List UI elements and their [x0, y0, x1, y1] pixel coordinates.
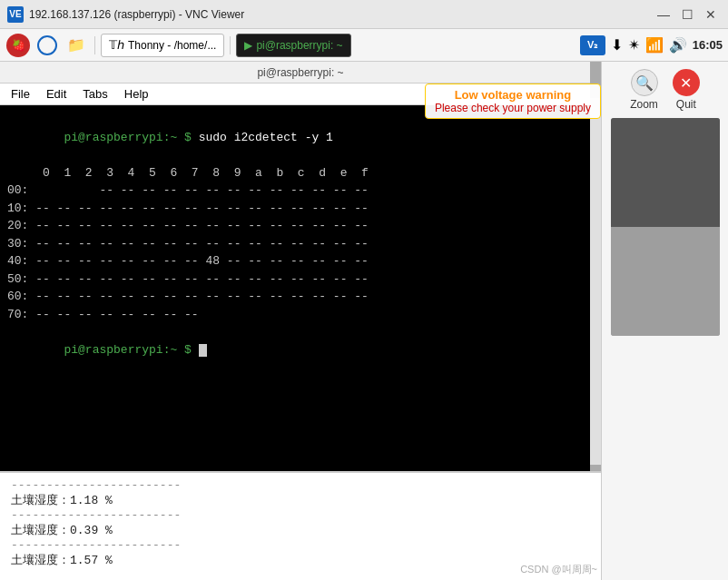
- zoom-label: Zoom: [630, 98, 658, 111]
- csdn-watermark: CSDN @叫周周~: [520, 563, 597, 576]
- separator-1: [94, 36, 95, 54]
- terminal-row-6: 60: -- -- -- -- -- -- -- -- -- -- -- -- …: [7, 288, 594, 306]
- window-controls: — ☐ ✕: [654, 5, 721, 25]
- window-title: 192.168.137.126 (raspberrypi) - VNC View…: [29, 8, 244, 21]
- vnc-badge[interactable]: V₂: [580, 35, 605, 55]
- terminal-label: pi@raspberrypi: ~: [256, 39, 342, 52]
- warning-title: Low voltage warning: [435, 88, 591, 102]
- title-bar: VE 192.168.137.126 (raspberrypi) - VNC V…: [0, 0, 728, 29]
- terminal-row-3: 30: -- -- -- -- -- -- -- -- -- -- -- -- …: [7, 235, 594, 253]
- folder-button[interactable]: 📁: [64, 33, 89, 58]
- terminal-row-2: 20: -- -- -- -- -- -- -- -- -- -- -- -- …: [7, 217, 594, 235]
- address-text: pi@raspberrypi: ~: [257, 66, 343, 79]
- divider-2: ------------------------: [11, 508, 590, 522]
- terminal-line-2: pi@raspberrypi:~ $: [7, 323, 594, 377]
- minimize-button[interactable]: —: [654, 5, 674, 25]
- terminal-row-1: 10: -- -- -- -- -- -- -- -- -- -- -- -- …: [7, 200, 594, 218]
- folder-icon: 📁: [67, 36, 85, 54]
- terminal-row-7: 70: -- -- -- -- -- -- -- --: [7, 306, 594, 324]
- right-sidebar: 🔍 Zoom ✕ Quit: [601, 62, 728, 580]
- vnc-icon: VE: [7, 6, 24, 23]
- globe-icon: [37, 35, 57, 55]
- sidebar-btn-row: 🔍 Zoom ✕ Quit: [630, 69, 700, 111]
- raspberry-button[interactable]: 🍓: [5, 33, 31, 58]
- terminal-prompt-1: pi@raspberrypi:~ $: [64, 131, 198, 144]
- menu-bar: File Edit Tabs Help Low voltage warning …: [0, 84, 601, 105]
- menu-tabs[interactable]: Tabs: [75, 85, 114, 103]
- menu-file[interactable]: File: [4, 85, 37, 103]
- wifi-icon[interactable]: 📶: [645, 36, 664, 54]
- divider-3: ------------------------: [11, 538, 590, 552]
- menu-edit[interactable]: Edit: [39, 85, 74, 103]
- toolbar-right: V₂ ⬇ ✴ 📶 🔊 16:05: [580, 35, 723, 55]
- thonny-button[interactable]: 𝕋ℎ Thonny - /home/...: [101, 34, 224, 57]
- sidebar-preview: [611, 118, 720, 336]
- time-display: 16:05: [693, 38, 723, 52]
- terminal-cmd-1: sudo i2cdetect -y 1: [199, 131, 333, 144]
- vnc-scrollbar[interactable]: [590, 62, 601, 479]
- raspberry-icon: 🍓: [6, 34, 30, 57]
- maximize-button[interactable]: ☐: [677, 5, 697, 25]
- menu-help[interactable]: Help: [117, 85, 156, 103]
- bluetooth-icon[interactable]: ✴: [628, 36, 640, 54]
- preview-light: [611, 227, 720, 336]
- title-bar-left: VE 192.168.137.126 (raspberrypi) - VNC V…: [7, 6, 244, 23]
- warning-text: Please check your power supply: [435, 102, 591, 114]
- divider-1: ------------------------: [11, 478, 590, 492]
- terminal-prompt-2: pi@raspberrypi:~ $: [64, 343, 198, 357]
- zoom-icon: 🔍: [631, 69, 658, 96]
- close-button[interactable]: ✕: [701, 5, 721, 25]
- thonny-label: Thonny - /home/...: [128, 39, 216, 52]
- terminal-row-4: 40: -- -- -- -- -- -- -- -- 48 -- -- -- …: [7, 252, 594, 270]
- download-icon[interactable]: ⬇: [611, 36, 623, 54]
- terminal-header: 0 1 2 3 4 5 6 7 8 9 a b c d e f: [7, 164, 594, 182]
- terminal-button[interactable]: ▶ pi@raspberrypi: ~: [236, 34, 350, 57]
- address-bar: pi@raspberrypi: ~: [0, 62, 601, 84]
- globe-button[interactable]: [34, 33, 60, 58]
- terminal-icon: ▶: [244, 39, 252, 52]
- volume-icon[interactable]: 🔊: [669, 36, 687, 54]
- quit-button[interactable]: ✕ Quit: [673, 69, 700, 111]
- zoom-button[interactable]: 🔍 Zoom: [630, 69, 658, 111]
- separator-2: [230, 36, 231, 54]
- toolbar: 🍓 📁 𝕋ℎ Thonny - /home/... ▶ pi@raspberry…: [0, 29, 728, 62]
- quit-label: Quit: [676, 98, 696, 111]
- data-line-2: 土壤湿度：0.39 %: [11, 522, 590, 538]
- thonny-icon: 𝕋ℎ: [109, 38, 124, 52]
- terminal-row-0: 00: -- -- -- -- -- -- -- -- -- -- -- -- …: [7, 182, 594, 200]
- data-line-3: 土壤湿度：1.57 %: [11, 552, 590, 568]
- quit-icon: ✕: [673, 69, 700, 96]
- data-line-1: 土壤湿度：1.18 %: [11, 492, 590, 508]
- preview-dark: [611, 118, 720, 227]
- bottom-section: ------------------------ 土壤湿度：1.18 % ---…: [0, 471, 601, 580]
- warning-overlay: Low voltage warning Please check your po…: [425, 84, 601, 119]
- terminal-cursor: [199, 344, 207, 357]
- terminal-row-5: 50: -- -- -- -- -- -- -- -- -- -- -- -- …: [7, 270, 594, 289]
